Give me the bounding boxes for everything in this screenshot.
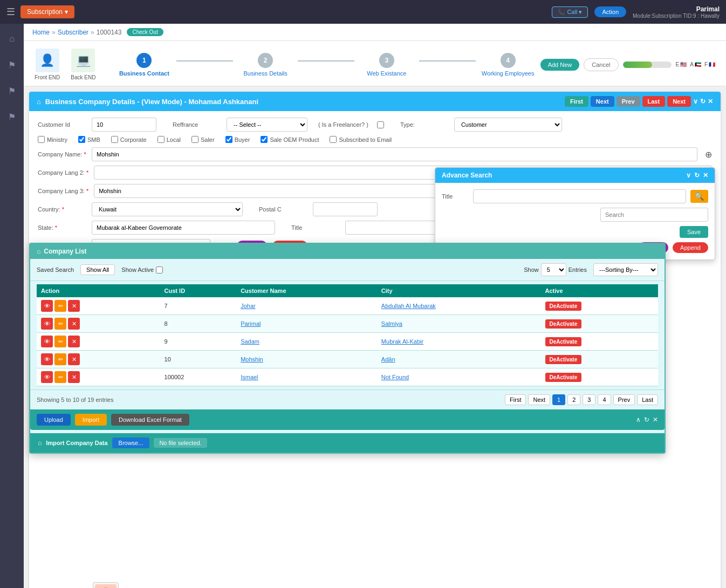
edit-button[interactable]: ✏ <box>54 318 66 330</box>
edit-button[interactable]: ✏ <box>54 371 66 383</box>
smb-checkbox[interactable] <box>78 136 85 143</box>
deactivate-button[interactable]: DeActivate <box>545 373 582 382</box>
city-link[interactable]: Abdullah Al Mubarak <box>381 303 436 309</box>
sorting-select[interactable]: ---Sorting By--- <box>593 263 658 276</box>
as-search-input[interactable] <box>600 208 708 222</box>
call-button[interactable]: 📞 Call ▾ <box>552 6 588 18</box>
sidebar-flag1-icon[interactable]: ⚑ <box>3 56 20 73</box>
cl-close-icon[interactable]: ✕ <box>653 416 658 423</box>
sale-oem-checkbox[interactable] <box>261 136 268 143</box>
entries-select[interactable]: 5 10 25 <box>541 263 566 276</box>
show-active-checkbox[interactable] <box>156 266 163 274</box>
view-button[interactable]: 👁 <box>41 318 53 330</box>
advance-search-refresh-icon[interactable]: ↻ <box>694 172 700 179</box>
as-append-button[interactable]: Append <box>673 242 708 253</box>
add-new-button[interactable]: Add New <box>540 59 580 71</box>
lang-arabic[interactable]: A 🇰🇼 <box>690 61 701 67</box>
corporate-checkbox[interactable] <box>111 136 118 143</box>
deactivate-button[interactable]: DeActivate <box>545 337 582 346</box>
city-link[interactable]: Not Found <box>381 374 409 380</box>
hamburger-menu[interactable]: ☰ <box>6 6 15 18</box>
action-button[interactable]: Action <box>594 6 626 17</box>
edit-button[interactable]: ✏ <box>54 336 66 347</box>
customer-name-link[interactable]: Parimal <box>241 320 261 327</box>
customer-name-link[interactable]: Mohshin <box>241 356 263 363</box>
breadcrumb-subscriber[interactable]: Subscriber <box>58 29 88 36</box>
subscribed-checkbox[interactable] <box>330 136 337 143</box>
postal-input[interactable] <box>313 202 378 216</box>
upload-button[interactable]: Upload <box>37 414 71 426</box>
city-link[interactable]: Salmiya <box>381 320 402 327</box>
import-button[interactable]: Import <box>75 414 107 426</box>
view-button[interactable]: 👁 <box>41 371 53 383</box>
country-select[interactable]: Kuwait <box>92 202 243 216</box>
sidebar-home-icon[interactable]: ⌂ <box>3 30 20 47</box>
last-button[interactable]: Last <box>642 96 666 107</box>
cancel-button[interactable]: Cancel <box>584 58 618 71</box>
cl-chevron-up-icon[interactable]: ∧ <box>636 416 641 423</box>
advance-search-chevron-icon[interactable]: ∨ <box>686 172 691 179</box>
lang-english[interactable]: E 🇺🇸 <box>676 61 687 67</box>
step2-item[interactable]: 2 Business Details <box>233 53 298 77</box>
ministry-checkbox[interactable] <box>38 136 45 143</box>
browse-button[interactable]: Browse... <box>112 437 150 448</box>
delete-button[interactable]: ✕ <box>68 318 80 330</box>
delete-button[interactable]: ✕ <box>68 336 80 347</box>
download-excel-button[interactable]: Download Excel Format <box>111 414 189 426</box>
company-name-add-icon[interactable]: ⊕ <box>705 149 712 160</box>
sidebar-flag3-icon[interactable]: ⚑ <box>3 108 20 125</box>
freelancer-checkbox[interactable] <box>377 121 384 128</box>
panel-chevron-down-icon[interactable]: ∨ <box>693 98 698 105</box>
sidebar-flag2-icon[interactable]: ⚑ <box>3 82 20 99</box>
advance-search-close-icon[interactable]: ✕ <box>703 172 708 179</box>
as-search-button[interactable]: 🔍 <box>690 190 708 203</box>
panel-close-icon[interactable]: ✕ <box>708 98 713 105</box>
as-title-input[interactable] <box>473 189 686 203</box>
prev-button[interactable]: Prev <box>617 96 640 107</box>
step3-item[interactable]: 3 Web Existance <box>354 53 419 77</box>
type-select[interactable]: Customer <box>454 118 562 132</box>
company-name-input[interactable] <box>92 147 697 161</box>
edit-button[interactable]: ✏ <box>54 300 66 312</box>
page-last-button[interactable]: Last <box>637 394 658 405</box>
buyer-checkbox[interactable] <box>225 136 232 143</box>
page-first-button[interactable]: First <box>505 394 526 405</box>
delete-button[interactable]: ✕ <box>68 300 80 312</box>
edit-button[interactable]: ✏ <box>54 353 66 365</box>
delete-button[interactable]: ✕ <box>68 353 80 365</box>
first-button[interactable]: First <box>565 96 588 107</box>
deactivate-button[interactable]: DeActivate <box>545 302 582 311</box>
next-button[interactable]: Next <box>591 96 614 107</box>
saler-checkbox[interactable] <box>191 136 198 143</box>
view-button[interactable]: 👁 <box>41 336 53 347</box>
state-input[interactable] <box>92 221 275 235</box>
show-all-button[interactable]: Show All <box>80 264 115 275</box>
customer-name-link[interactable]: Ismael <box>241 374 258 380</box>
delete-button[interactable]: ✕ <box>68 371 80 383</box>
customer-name-link[interactable]: Johar <box>241 303 256 309</box>
local-checkbox[interactable] <box>157 136 165 143</box>
deactivate-button[interactable]: DeActivate <box>545 319 582 329</box>
page-next-button[interactable]: Next <box>528 394 550 405</box>
step4-item[interactable]: 4 Working Employees <box>476 53 540 77</box>
city-link[interactable]: Adān <box>381 356 395 363</box>
step1-item[interactable]: 1 Business Contact <box>112 53 176 77</box>
customer-id-input[interactable] <box>92 118 156 132</box>
page-prev-button[interactable]: Prev <box>613 394 635 405</box>
page-3-button[interactable]: 3 <box>583 394 595 405</box>
deactivate-button[interactable]: DeActivate <box>545 355 582 364</box>
page-4-button[interactable]: 4 <box>598 394 611 405</box>
page-2-button[interactable]: 2 <box>567 394 580 405</box>
view-button[interactable]: 👁 <box>41 300 53 312</box>
city-link[interactable]: Mubrak Al-Kabir <box>381 338 423 345</box>
reference-select[interactable]: -- Select -- <box>227 118 307 132</box>
subscription-button[interactable]: Subscription ▾ <box>20 5 74 18</box>
next2-button[interactable]: Next <box>667 96 691 107</box>
panel-refresh-icon[interactable]: ↻ <box>700 98 706 105</box>
as-save-button[interactable]: Save <box>680 226 708 238</box>
breadcrumb-home[interactable]: Home <box>32 29 50 36</box>
cl-refresh-icon[interactable]: ↻ <box>644 416 649 423</box>
view-button[interactable]: 👁 <box>41 353 53 365</box>
page-1-button[interactable]: 1 <box>552 394 565 405</box>
customer-name-link[interactable]: Sadam <box>241 338 259 345</box>
